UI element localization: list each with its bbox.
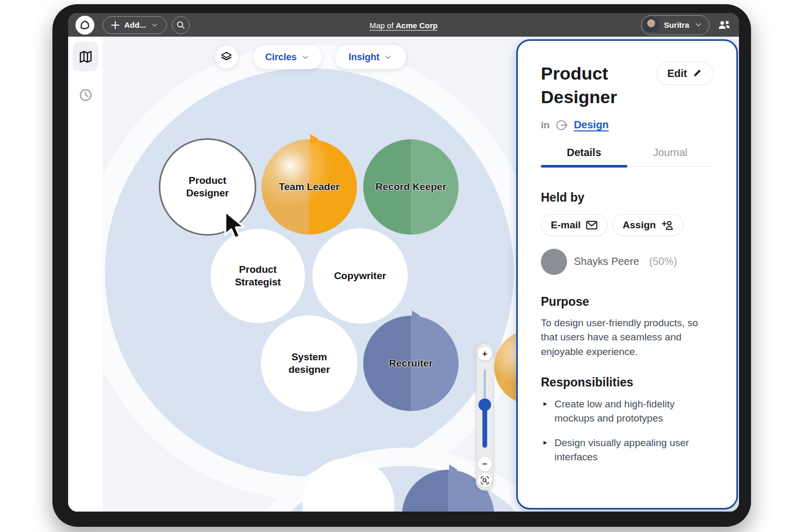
map-title-name: Acme Corp [396, 20, 438, 29]
logo-icon [77, 17, 93, 33]
left-sidebar [68, 37, 103, 512]
screenshot-stage: Add... Map of Acme Corp [0, 0, 805, 532]
map-icon [79, 50, 93, 64]
holder-avatar [541, 249, 567, 275]
role-flag-icon [412, 311, 420, 321]
person-plus-icon [661, 219, 673, 231]
team-circle-design[interactable] [105, 68, 514, 476]
role-circle-record-keeper[interactable]: Record Keeper [363, 139, 459, 235]
holder-row[interactable]: Shayks Peere (50%) [541, 249, 713, 275]
zoom-fit-icon [481, 476, 489, 485]
tab-details[interactable]: Details [541, 147, 627, 166]
assign-button-label: Assign [623, 219, 656, 231]
responsibility-item: Create low and high-fidelity mockups and… [541, 397, 713, 426]
panel-title: Product Designer [541, 62, 651, 109]
zoom-out-button[interactable]: − [478, 457, 492, 471]
assign-button[interactable]: Assign [613, 214, 683, 236]
responsibilities-heading: Responsibilities [541, 375, 713, 390]
role-label: Record Keeper [375, 181, 446, 193]
plus-icon [111, 20, 120, 30]
zoom-out-label: − [482, 459, 487, 470]
email-button-label: E-mail [551, 219, 581, 231]
chevron-down-icon [694, 20, 703, 29]
zoom-in-label: + [482, 349, 487, 359]
role-label: Product Designer [171, 174, 244, 199]
purpose-heading: Purpose [541, 295, 713, 309]
role-circle-recruiter[interactable]: Recruiter [363, 316, 459, 411]
insight-dropdown[interactable]: Insight [335, 45, 406, 69]
zoom-control: + − [476, 343, 494, 491]
app-logo[interactable] [75, 16, 94, 35]
chevron-down-icon [384, 53, 393, 62]
add-button-label: Add... [124, 20, 146, 29]
chevron-down-icon [301, 53, 310, 62]
role-detail-panel: Product Designer Edit in [516, 39, 738, 509]
purpose-text: To design user-friendly products, so tha… [541, 316, 713, 359]
holder-allocation: (50%) [649, 256, 677, 268]
insight-dropdown-label: Insight [349, 52, 379, 63]
role-circle-system-designer[interactable]: System designer [261, 315, 357, 412]
zoom-fit-button[interactable] [478, 473, 492, 487]
map-title-prefix: Map of [369, 20, 396, 29]
edit-button[interactable]: Edit [656, 62, 713, 85]
panel-tabs: Details Journal [541, 147, 713, 167]
role-label: Recruiter [389, 357, 432, 370]
search-button[interactable] [172, 16, 190, 34]
history-clock-icon [79, 88, 93, 102]
app-surface: Add... Map of Acme Corp [68, 13, 739, 512]
circle-enter-icon [555, 118, 569, 132]
chevron-down-icon [150, 21, 159, 29]
user-menu[interactable]: Suritra [641, 15, 710, 35]
responsibility-item: Design visually appealing user interface… [541, 436, 713, 464]
role-circle-product-designer[interactable]: Product Designer [159, 138, 256, 236]
circles-dropdown[interactable]: Circles [253, 45, 322, 69]
responsibilities-list: Create low and high-fidelity mockups and… [541, 397, 713, 464]
tab-journal[interactable]: Journal [627, 147, 714, 166]
role-label: System designer [271, 351, 347, 376]
role-flag-icon [310, 134, 319, 145]
user-name: Suritra [664, 20, 689, 29]
zoom-in-button[interactable]: + [478, 347, 492, 361]
search-icon [176, 20, 186, 30]
user-avatar [643, 17, 659, 33]
in-label: in [541, 119, 550, 131]
layers-button[interactable] [215, 46, 238, 69]
zoom-slider-thumb[interactable] [478, 398, 491, 411]
sidebar-item-history[interactable] [79, 88, 93, 102]
envelope-icon [586, 220, 597, 230]
circles-dropdown-label: Circles [265, 52, 297, 63]
role-label: Team Leader [279, 181, 340, 193]
parent-circle-link[interactable]: Design [574, 119, 609, 131]
role-flag-icon [449, 464, 458, 475]
app-window: Add... Map of Acme Corp [52, 4, 751, 527]
map-title-link[interactable]: Map of Acme Corp [369, 20, 438, 29]
zoom-track-filled[interactable] [483, 405, 487, 448]
edit-button-label: Edit [667, 68, 687, 80]
holder-name: Shayks Peere [574, 256, 639, 268]
role-circle-team-leader[interactable]: Team Leader [262, 139, 357, 235]
role-circle-product-strategist[interactable]: Product Strategist [211, 229, 305, 323]
role-label: Copywriter [334, 270, 386, 282]
members-icon[interactable] [717, 19, 732, 31]
held-by-heading: Held by [541, 191, 713, 205]
email-button[interactable]: E-mail [541, 214, 607, 236]
role-label: Product Strategist [221, 263, 295, 289]
pencil-icon [692, 68, 702, 79]
layers-icon [220, 51, 233, 63]
add-button[interactable]: Add... [103, 16, 167, 34]
role-circle-copywriter[interactable]: Copywriter [312, 228, 408, 324]
sidebar-item-map[interactable] [73, 42, 98, 71]
top-bar: Add... Map of Acme Corp [68, 13, 739, 37]
